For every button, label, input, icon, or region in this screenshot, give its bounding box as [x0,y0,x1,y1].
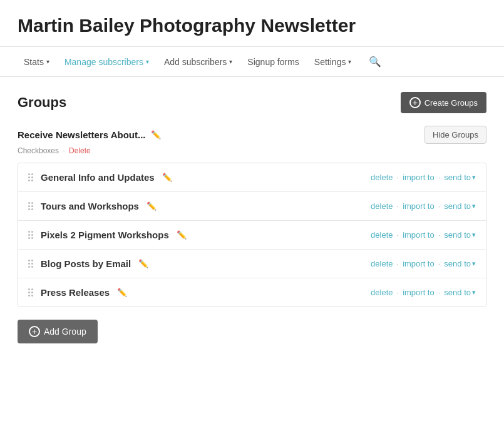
import-to-link[interactable]: import to [403,201,435,211]
nav-bar: Stats ▾ Manage subscribers ▾ Add subscri… [0,47,504,77]
plus-circle-icon: + [409,97,421,108]
drag-handle-icon[interactable] [28,173,33,181]
table-row: Pixels 2 Pigment Workshops ✏️ delete · i… [18,221,486,250]
category-name: Receive Newsletters About... ✏️ [18,129,161,140]
chevron-down-icon: ▾ [229,58,232,65]
drag-handle-icon[interactable] [28,231,33,239]
send-to-chevron-icon[interactable]: ▾ [472,288,476,297]
table-row: Press Releases ✏️ delete · import to · s… [18,278,486,307]
edit-group-icon[interactable]: ✏️ [117,288,127,297]
import-to-link[interactable]: import to [403,230,435,240]
group-category: Receive Newsletters About... ✏️ Hide Gro… [18,126,486,307]
category-header: Receive Newsletters About... ✏️ Hide Gro… [18,126,486,144]
add-group-button[interactable]: + Add Group [18,320,98,343]
send-to-link[interactable]: send to [444,173,471,182]
drag-handle-icon[interactable] [28,288,33,297]
group-name: General Info and Updates [41,172,155,183]
send-to-chevron-icon[interactable]: ▾ [472,173,476,181]
delete-group-link[interactable]: delete [371,288,393,297]
page-header: Martin Bailey Photography Newsletter [0,0,504,47]
import-to-link[interactable]: import to [403,288,435,297]
plus-circle-icon: + [29,326,40,337]
chevron-down-icon: ▾ [46,58,49,65]
nav-signup-forms[interactable]: Signup forms [241,48,305,76]
send-to-link[interactable]: send to [444,201,471,211]
edit-group-icon[interactable]: ✏️ [162,173,172,182]
group-name: Blog Posts by Email [41,258,131,269]
send-to-link[interactable]: send to [444,288,471,297]
group-list: General Info and Updates ✏️ delete · imp… [18,163,486,307]
nav-stats[interactable]: Stats ▾ [18,48,56,76]
nav-manage-subscribers[interactable]: Manage subscribers ▾ [58,48,155,76]
chevron-down-icon: ▾ [348,58,351,65]
group-name: Press Releases [41,287,110,298]
delete-group-link[interactable]: delete [371,230,393,240]
page-title: Martin Bailey Photography Newsletter [18,15,486,36]
edit-category-icon[interactable]: ✏️ [151,130,161,139]
import-to-link[interactable]: import to [403,259,435,268]
group-name: Pixels 2 Pigment Workshops [41,230,169,240]
delete-group-link[interactable]: delete [371,259,393,268]
edit-group-icon[interactable]: ✏️ [177,230,187,240]
table-row: General Info and Updates ✏️ delete · imp… [18,163,486,192]
hide-groups-button[interactable]: Hide Groups [424,126,486,144]
table-row: Blog Posts by Email ✏️ delete · import t… [18,250,486,278]
send-to-chevron-icon[interactable]: ▾ [472,202,476,210]
send-to-link[interactable]: send to [444,230,471,240]
edit-group-icon[interactable]: ✏️ [138,259,148,268]
section-header: Groups + Create Groups [18,92,486,113]
groups-section-title: Groups [18,94,66,111]
import-to-link[interactable]: import to [403,173,435,182]
drag-handle-icon[interactable] [28,260,33,268]
create-groups-button[interactable]: + Create Groups [401,92,486,113]
group-name: Tours and Workshops [41,201,139,211]
send-to-link[interactable]: send to [444,259,471,268]
table-row: Tours and Workshops ✏️ delete · import t… [18,192,486,221]
search-icon[interactable]: 🔍 [365,47,385,76]
nav-settings[interactable]: Settings ▾ [308,48,358,76]
send-to-chevron-icon[interactable]: ▾ [472,231,476,239]
delete-category-link[interactable]: Delete [69,146,91,155]
send-to-chevron-icon[interactable]: ▾ [472,260,476,268]
edit-group-icon[interactable]: ✏️ [147,201,157,211]
category-meta: Checkboxes · Delete [18,146,486,155]
chevron-down-icon: ▾ [146,58,149,65]
delete-group-link[interactable]: delete [371,201,393,211]
drag-handle-icon[interactable] [28,202,33,210]
content-area: Groups + Create Groups Receive Newslette… [0,77,504,358]
delete-group-link[interactable]: delete [371,173,393,182]
nav-add-subscribers[interactable]: Add subscribers ▾ [158,48,239,76]
